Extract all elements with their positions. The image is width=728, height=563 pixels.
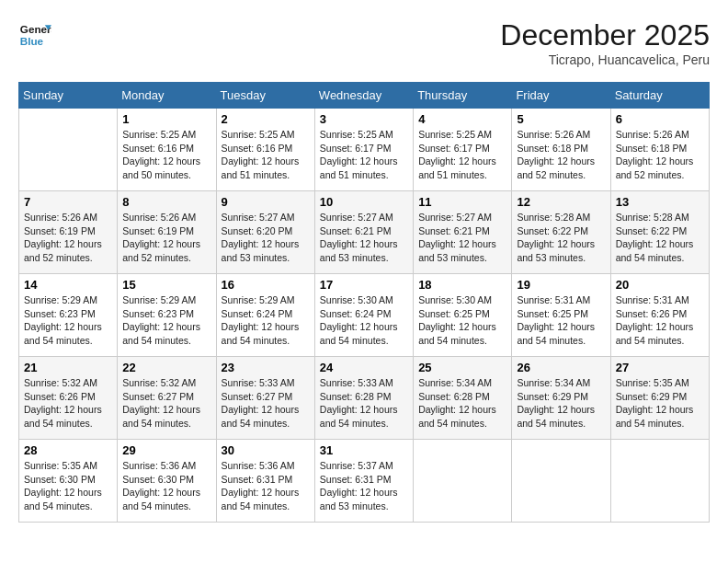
day-info: Sunrise: 5:26 AM Sunset: 6:19 PM Dayligh…: [24, 211, 112, 265]
day-info: Sunrise: 5:36 AM Sunset: 6:31 PM Dayligh…: [222, 459, 310, 513]
logo: General Blue: [18, 18, 51, 52]
day-number: 8: [122, 195, 210, 209]
calendar-cell: 27Sunrise: 5:35 AM Sunset: 6:29 PM Dayli…: [610, 357, 709, 440]
calendar-cell: [610, 440, 709, 523]
day-number: 12: [517, 195, 605, 209]
svg-text:Blue: Blue: [20, 35, 44, 47]
calendar-cell: 28Sunrise: 5:35 AM Sunset: 6:30 PM Dayli…: [19, 440, 118, 523]
day-info: Sunrise: 5:27 AM Sunset: 6:20 PM Dayligh…: [222, 211, 310, 265]
calendar-cell: 31Sunrise: 5:37 AM Sunset: 6:31 PM Dayli…: [314, 440, 413, 523]
day-info: Sunrise: 5:36 AM Sunset: 6:30 PM Dayligh…: [122, 459, 210, 513]
header-sunday: Sunday: [19, 83, 118, 109]
day-number: 22: [122, 361, 210, 374]
svg-text:General: General: [20, 23, 51, 35]
day-number: 17: [320, 278, 408, 292]
day-number: 24: [320, 361, 408, 374]
month-title: December 2025: [500, 18, 710, 52]
calendar-cell: 1Sunrise: 5:25 AM Sunset: 6:16 PM Daylig…: [118, 109, 216, 191]
calendar-cell: 13Sunrise: 5:28 AM Sunset: 6:22 PM Dayli…: [610, 191, 709, 274]
logo-icon: General Blue: [18, 18, 51, 52]
calendar-cell: 30Sunrise: 5:36 AM Sunset: 6:31 PM Dayli…: [216, 440, 314, 523]
calendar-cell: 20Sunrise: 5:31 AM Sunset: 6:26 PM Dayli…: [610, 274, 709, 357]
calendar-cell: 25Sunrise: 5:34 AM Sunset: 6:28 PM Dayli…: [414, 357, 512, 440]
day-number: 6: [616, 112, 704, 126]
calendar-cell: 26Sunrise: 5:34 AM Sunset: 6:29 PM Dayli…: [512, 357, 610, 440]
calendar-cell: 14Sunrise: 5:29 AM Sunset: 6:23 PM Dayli…: [19, 274, 118, 357]
calendar-cell: 6Sunrise: 5:26 AM Sunset: 6:18 PM Daylig…: [610, 109, 709, 191]
day-info: Sunrise: 5:29 AM Sunset: 6:24 PM Dayligh…: [222, 293, 310, 348]
day-info: Sunrise: 5:32 AM Sunset: 6:26 PM Dayligh…: [24, 376, 112, 431]
title-area: December 2025 Ticrapo, Huancavelica, Per…: [500, 18, 710, 67]
day-info: Sunrise: 5:25 AM Sunset: 6:17 PM Dayligh…: [418, 128, 506, 182]
calendar-cell: 17Sunrise: 5:30 AM Sunset: 6:24 PM Dayli…: [314, 274, 413, 357]
week-row-3: 14Sunrise: 5:29 AM Sunset: 6:23 PM Dayli…: [19, 274, 710, 357]
day-number: 27: [616, 361, 704, 374]
day-number: 23: [222, 361, 310, 374]
calendar-cell: 12Sunrise: 5:28 AM Sunset: 6:22 PM Dayli…: [512, 191, 610, 274]
calendar-cell: 24Sunrise: 5:33 AM Sunset: 6:28 PM Dayli…: [314, 357, 413, 440]
calendar-cell: [512, 440, 610, 523]
day-number: 2: [222, 112, 310, 126]
day-info: Sunrise: 5:30 AM Sunset: 6:25 PM Dayligh…: [418, 293, 506, 348]
calendar-cell: 3Sunrise: 5:25 AM Sunset: 6:17 PM Daylig…: [314, 109, 413, 191]
day-number: 18: [418, 278, 506, 292]
week-row-2: 7Sunrise: 5:26 AM Sunset: 6:19 PM Daylig…: [19, 191, 710, 274]
day-number: 21: [24, 361, 112, 374]
day-info: Sunrise: 5:34 AM Sunset: 6:29 PM Dayligh…: [517, 376, 605, 431]
calendar-cell: 29Sunrise: 5:36 AM Sunset: 6:30 PM Dayli…: [118, 440, 216, 523]
header-row: Sunday Monday Tuesday Wednesday Thursday…: [19, 83, 710, 109]
day-info: Sunrise: 5:33 AM Sunset: 6:27 PM Dayligh…: [222, 376, 310, 431]
day-info: Sunrise: 5:26 AM Sunset: 6:18 PM Dayligh…: [517, 128, 605, 182]
calendar-cell: 11Sunrise: 5:27 AM Sunset: 6:21 PM Dayli…: [414, 191, 512, 274]
calendar-cell: 15Sunrise: 5:29 AM Sunset: 6:23 PM Dayli…: [118, 274, 216, 357]
day-info: Sunrise: 5:27 AM Sunset: 6:21 PM Dayligh…: [418, 211, 506, 265]
day-number: 10: [320, 195, 408, 209]
day-number: 7: [24, 195, 112, 209]
calendar-cell: 21Sunrise: 5:32 AM Sunset: 6:26 PM Dayli…: [19, 357, 118, 440]
calendar-cell: [414, 440, 512, 523]
week-row-5: 28Sunrise: 5:35 AM Sunset: 6:30 PM Dayli…: [19, 440, 710, 523]
calendar-cell: 16Sunrise: 5:29 AM Sunset: 6:24 PM Dayli…: [216, 274, 314, 357]
calendar-cell: 22Sunrise: 5:32 AM Sunset: 6:27 PM Dayli…: [118, 357, 216, 440]
header-wednesday: Wednesday: [314, 83, 413, 109]
day-number: 9: [222, 195, 310, 209]
calendar-cell: 4Sunrise: 5:25 AM Sunset: 6:17 PM Daylig…: [414, 109, 512, 191]
calendar-cell: 10Sunrise: 5:27 AM Sunset: 6:21 PM Dayli…: [314, 191, 413, 274]
day-number: 11: [418, 195, 506, 209]
header-friday: Friday: [512, 83, 610, 109]
day-number: 4: [418, 112, 506, 126]
day-number: 15: [122, 278, 210, 292]
day-info: Sunrise: 5:26 AM Sunset: 6:19 PM Dayligh…: [122, 211, 210, 265]
header-saturday: Saturday: [610, 83, 709, 109]
header-thursday: Thursday: [414, 83, 512, 109]
day-number: 25: [418, 361, 506, 374]
calendar-cell: 8Sunrise: 5:26 AM Sunset: 6:19 PM Daylig…: [118, 191, 216, 274]
day-info: Sunrise: 5:31 AM Sunset: 6:25 PM Dayligh…: [517, 293, 605, 348]
week-row-1: 1Sunrise: 5:25 AM Sunset: 6:16 PM Daylig…: [19, 109, 710, 191]
day-info: Sunrise: 5:29 AM Sunset: 6:23 PM Dayligh…: [122, 293, 210, 348]
day-number: 13: [616, 195, 704, 209]
day-info: Sunrise: 5:34 AM Sunset: 6:28 PM Dayligh…: [418, 376, 506, 431]
calendar-cell: 23Sunrise: 5:33 AM Sunset: 6:27 PM Dayli…: [216, 357, 314, 440]
day-info: Sunrise: 5:35 AM Sunset: 6:30 PM Dayligh…: [24, 459, 112, 513]
day-info: Sunrise: 5:35 AM Sunset: 6:29 PM Dayligh…: [616, 376, 704, 431]
day-number: 31: [320, 443, 408, 457]
day-number: 28: [24, 443, 112, 457]
day-number: 14: [24, 278, 112, 292]
day-info: Sunrise: 5:29 AM Sunset: 6:23 PM Dayligh…: [24, 293, 112, 348]
day-info: Sunrise: 5:25 AM Sunset: 6:16 PM Dayligh…: [222, 128, 310, 182]
day-info: Sunrise: 5:37 AM Sunset: 6:31 PM Dayligh…: [320, 459, 408, 513]
calendar-cell: [19, 109, 118, 191]
day-number: 29: [122, 443, 210, 457]
day-number: 1: [122, 112, 210, 126]
page-header: General Blue December 2025 Ticrapo, Huan…: [18, 18, 710, 67]
day-info: Sunrise: 5:28 AM Sunset: 6:22 PM Dayligh…: [517, 211, 605, 265]
day-number: 5: [517, 112, 605, 126]
day-number: 26: [517, 361, 605, 374]
day-info: Sunrise: 5:33 AM Sunset: 6:28 PM Dayligh…: [320, 376, 408, 431]
location-title: Ticrapo, Huancavelica, Peru: [500, 52, 710, 67]
day-info: Sunrise: 5:25 AM Sunset: 6:17 PM Dayligh…: [320, 128, 408, 182]
day-info: Sunrise: 5:28 AM Sunset: 6:22 PM Dayligh…: [616, 211, 704, 265]
calendar-cell: 2Sunrise: 5:25 AM Sunset: 6:16 PM Daylig…: [216, 109, 314, 191]
header-monday: Monday: [118, 83, 216, 109]
